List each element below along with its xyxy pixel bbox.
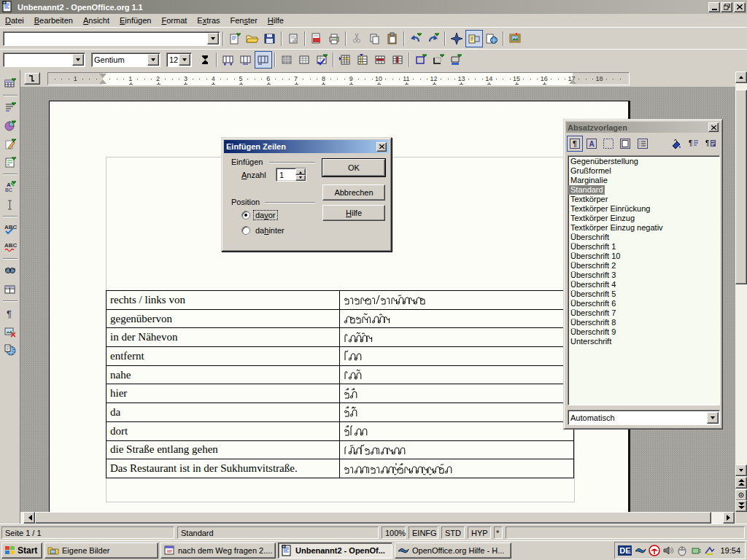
insert-fields-button[interactable] bbox=[1, 98, 20, 117]
draw-functions-button[interactable] bbox=[1, 135, 20, 153]
gallery-button[interactable] bbox=[506, 30, 524, 47]
style-item[interactable]: Textkörper bbox=[568, 195, 608, 204]
frameinsert-button[interactable] bbox=[412, 51, 430, 69]
anzahl-spinner[interactable]: 1 bbox=[276, 168, 306, 182]
style-item[interactable]: Überschrift 7 bbox=[568, 308, 616, 318]
style-item[interactable]: Überschrift 4 bbox=[568, 280, 616, 289]
rowdelete-button[interactable] bbox=[371, 51, 389, 69]
style-item[interactable]: Überschrift 6 bbox=[568, 299, 616, 308]
style-item[interactable]: Textkörper Einzug negativ bbox=[568, 223, 663, 233]
graphics-onoff-button[interactable] bbox=[1, 322, 20, 341]
fontsize-dropdown-button[interactable] bbox=[179, 54, 190, 66]
indent-marker[interactable] bbox=[569, 79, 576, 84]
style-filter-combobox[interactable]: Automatisch bbox=[568, 410, 720, 425]
paragraph-styles-button[interactable]: ¶ bbox=[567, 136, 583, 152]
indent-marker[interactable] bbox=[99, 74, 107, 78]
horizontal-scrollbar[interactable] bbox=[20, 512, 735, 524]
status-selection-mode[interactable]: STD bbox=[441, 526, 465, 539]
cell-german[interactable]: da bbox=[107, 403, 340, 422]
stylist-button[interactable] bbox=[465, 30, 483, 47]
menu-fenster[interactable]: Fenster bbox=[225, 15, 263, 26]
cell-thai[interactable] bbox=[340, 440, 574, 459]
style-list[interactable]: GegenüberstellungGrußformelMarginalieSta… bbox=[568, 155, 720, 405]
status-hyperlink-mode[interactable]: HYP bbox=[468, 526, 491, 539]
keyboard-layout-indicator[interactable]: DE bbox=[618, 545, 632, 556]
vertical-scrollbar[interactable] bbox=[735, 71, 747, 512]
style-item[interactable]: Gegenüberstellung bbox=[568, 157, 638, 166]
coldelete-button[interactable] bbox=[389, 51, 406, 69]
taskbar-button[interactable]: OpenOffice.org Hilfe - H... bbox=[395, 542, 511, 559]
dialog-close-button[interactable] bbox=[376, 142, 387, 152]
style-item[interactable]: Überschrift 10 bbox=[568, 252, 620, 261]
menu-format[interactable]: Format bbox=[156, 15, 192, 26]
style-item[interactable]: Überschrift 9 bbox=[568, 327, 616, 337]
style-item[interactable]: Überschrift 2 bbox=[568, 261, 616, 271]
new-document-button[interactable] bbox=[226, 30, 244, 47]
style-dropdown-button[interactable] bbox=[72, 54, 84, 66]
cell-german[interactable]: gegenübervon bbox=[107, 309, 340, 328]
nonprinting-chars-button[interactable]: ¶ bbox=[1, 304, 20, 322]
menu-ansicht[interactable]: Ansicht bbox=[78, 15, 115, 26]
restore-button[interactable] bbox=[721, 2, 732, 12]
style-item[interactable]: Standard bbox=[568, 185, 605, 195]
paste-button[interactable] bbox=[384, 30, 401, 47]
stylist-titlebar[interactable]: Absatzvorlagen bbox=[566, 122, 720, 133]
mouse-tray-icon[interactable] bbox=[676, 545, 688, 556]
scroll-up-button[interactable] bbox=[735, 71, 747, 83]
bordercolor-button[interactable] bbox=[447, 51, 465, 69]
online-layout-button[interactable] bbox=[1, 341, 20, 359]
style-item[interactable]: Grußformel bbox=[568, 166, 611, 176]
scroll-left-button[interactable] bbox=[23, 512, 35, 524]
taskbar-button[interactable]: Unbenannt2 - OpenOf... bbox=[278, 542, 392, 559]
cell-thai[interactable] bbox=[340, 384, 574, 403]
style-item[interactable]: Textkörper Einrückung bbox=[568, 204, 650, 214]
menu-datei[interactable]: Datei bbox=[0, 15, 29, 26]
taskbar-button[interactable]: Eigene Bilder bbox=[44, 542, 158, 559]
tblfix-button[interactable] bbox=[220, 51, 237, 69]
tblfixprop-button[interactable] bbox=[237, 51, 255, 69]
insert-table-button[interactable] bbox=[1, 74, 20, 93]
sum-button[interactable] bbox=[196, 51, 214, 69]
navigator-button[interactable] bbox=[448, 30, 465, 47]
font-name-combobox[interactable]: Gentium bbox=[91, 52, 160, 67]
anzahl-value[interactable]: 1 bbox=[276, 171, 295, 179]
insert-form-button[interactable] bbox=[1, 153, 20, 171]
data-sources-button[interactable] bbox=[1, 280, 20, 298]
font-dropdown-button[interactable] bbox=[147, 54, 159, 66]
menu-einfgen[interactable]: Einfügen bbox=[115, 15, 156, 26]
spin-down-button[interactable] bbox=[295, 175, 306, 181]
cell-thai[interactable] bbox=[340, 403, 574, 422]
previous-page-button[interactable] bbox=[735, 477, 747, 489]
style-item[interactable]: Überschrift 1 bbox=[568, 242, 616, 252]
character-styles-button[interactable]: A bbox=[584, 136, 600, 152]
new-style-button[interactable]: ¶ bbox=[686, 136, 702, 152]
quickstarter-tray-icon[interactable] bbox=[635, 545, 646, 556]
frame-styles-button[interactable] bbox=[600, 136, 616, 152]
rowinsert-button[interactable] bbox=[336, 51, 354, 69]
redo-button[interactable] bbox=[425, 30, 442, 47]
cell-thai[interactable] bbox=[340, 347, 574, 366]
taskbar-button[interactable]: nach dem Weg fragen 2.... bbox=[160, 542, 276, 559]
stylist-close-button[interactable] bbox=[708, 122, 719, 132]
menu-hilfe[interactable]: Hilfe bbox=[263, 15, 289, 26]
find-replace-button[interactable] bbox=[1, 262, 20, 280]
ok-button[interactable]: OK bbox=[322, 159, 385, 176]
start-button[interactable]: Start bbox=[1, 542, 42, 559]
copy-button[interactable] bbox=[366, 30, 384, 47]
style-item[interactable]: Überschrift bbox=[568, 233, 609, 242]
export-pdf-button[interactable] bbox=[308, 30, 325, 47]
dialog-titlebar[interactable]: Einfügen Zeilen bbox=[224, 140, 389, 153]
url-combobox[interactable] bbox=[3, 31, 220, 46]
open-button[interactable] bbox=[244, 30, 261, 47]
cell-thai[interactable] bbox=[340, 309, 574, 328]
cell-thai[interactable] bbox=[340, 421, 574, 440]
style-item[interactable]: Überschrift 8 bbox=[568, 318, 616, 327]
borders-button[interactable] bbox=[430, 51, 447, 69]
cell-german[interactable]: entfernt bbox=[107, 347, 340, 366]
volume-tray-icon[interactable] bbox=[662, 545, 674, 556]
next-page-button[interactable] bbox=[735, 500, 747, 512]
hyperlink-button[interactable] bbox=[483, 30, 500, 47]
update-style-button[interactable]: ¶ bbox=[703, 136, 719, 152]
navigation-button[interactable] bbox=[735, 489, 747, 501]
network-tray-icon[interactable] bbox=[704, 545, 716, 556]
